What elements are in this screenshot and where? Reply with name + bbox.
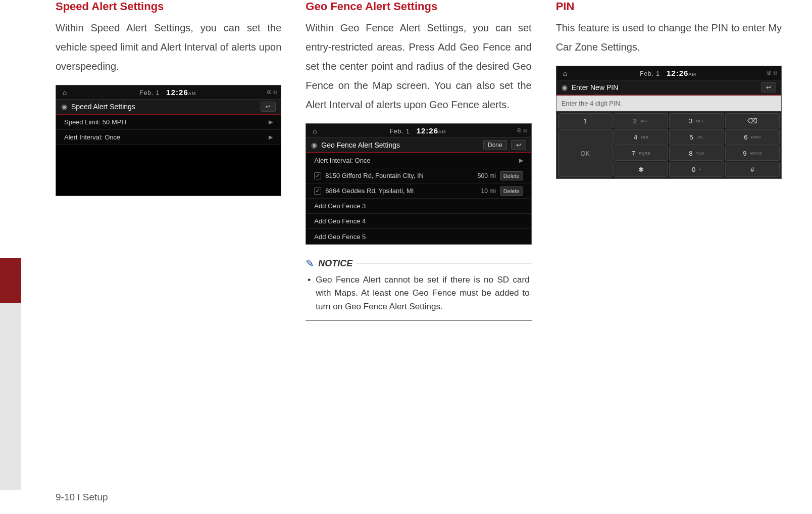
pin-input[interactable]: Enter the 4 digit PIN.: [556, 96, 781, 112]
key-0[interactable]: 0+: [669, 162, 724, 177]
key-backspace[interactable]: ⌫: [725, 113, 780, 128]
row-alert-interval[interactable]: Alert Interval: Once ▶: [56, 130, 281, 145]
row-geo-fence-1[interactable]: ✓ 8150 Gifford Rd, Fountain City, IN 500…: [306, 168, 531, 183]
body-speed-alert: Within Speed Alert Settings, you can set…: [56, 18, 281, 76]
section-tab-red: [0, 258, 21, 303]
delete-button[interactable]: Delete: [500, 171, 523, 180]
page-footer: 9-10 I Setup: [56, 492, 108, 503]
ss-status-bar: ⌂ Feb. 1 12:26AM ⦿ ⫴⫴: [556, 66, 781, 80]
notice-box: ✎ NOTICE • Geo Fence Alert cannot be set…: [306, 263, 531, 321]
key-4[interactable]: 4GHI: [614, 129, 668, 145]
key-star[interactable]: ✱: [614, 162, 668, 177]
notice-body: • Geo Fence Alert cannot be set if there…: [306, 273, 531, 313]
body-pin: This feature is used to change the PIN t…: [556, 18, 782, 57]
key-2[interactable]: 2ABC: [614, 113, 668, 128]
row-label: Alert Interval: Once: [314, 157, 515, 164]
section-tab-grey: [0, 303, 21, 490]
row-label: Add Geo Fence 4: [314, 217, 523, 225]
checkbox-icon[interactable]: ✓: [314, 172, 321, 179]
key-hash[interactable]: #: [725, 162, 780, 177]
empty-area: [56, 145, 281, 196]
signal-icon: ⦿ ⫴⫴: [767, 70, 777, 76]
bullet-icon: •: [308, 273, 311, 313]
row-add-geo-fence-5[interactable]: Add Geo Fence 5: [306, 229, 531, 244]
row-label: Speed Limit: 50 MPH: [64, 118, 265, 126]
delete-button[interactable]: Delete: [500, 186, 523, 196]
date-label: Feb. 1: [390, 128, 410, 135]
screen-title: Speed Alert Settings: [71, 103, 257, 111]
keypad: 1 2ABC 3DEF ⌫ 4GHI 5JKL 6MNO OK 7PQRS 8T…: [556, 112, 781, 178]
row-label: Add Geo Fence 5: [314, 233, 523, 241]
key-7[interactable]: 7PQRS: [614, 146, 668, 161]
radio-icon: ◉: [311, 141, 317, 149]
heading-pin: PIN: [556, 0, 782, 13]
chevron-right-icon: ▶: [269, 134, 273, 141]
address-label: 8150 Gifford Rd, Fountain City, IN: [325, 172, 467, 179]
checkbox-icon[interactable]: ✓: [314, 188, 321, 195]
pin-placeholder: Enter the 4 digit PIN.: [562, 100, 622, 107]
chevron-right-icon: ▶: [269, 119, 273, 125]
row-add-geo-fence-4[interactable]: Add Geo Fence 4: [306, 214, 531, 229]
row-alert-interval[interactable]: Alert Interval: Once ▶: [306, 153, 531, 168]
key-9[interactable]: 9WXYZ: [725, 146, 780, 161]
notice-title: NOTICE: [318, 258, 352, 269]
key-1[interactable]: 1: [558, 113, 613, 128]
time-label: 12:26: [417, 126, 438, 135]
back-button[interactable]: ↩: [761, 82, 776, 92]
column-geo-fence: Geo Fence Alert Settings Within Geo Fenc…: [306, 0, 531, 504]
key-6[interactable]: 6MNO: [725, 129, 780, 145]
home-icon[interactable]: ⌂: [60, 88, 69, 97]
screenshot-speed-alert: ⌂ Feb. 1 12:26AM ⦿ ⫴⫴ ◉ Speed Alert Sett…: [56, 85, 281, 196]
screen-title: Geo Fence Alert Settings: [321, 141, 479, 149]
time-label: 12:26: [667, 69, 688, 77]
row-add-geo-fence-3[interactable]: Add Geo Fence 3: [306, 199, 531, 214]
distance-label: 500 mi: [471, 172, 496, 179]
column-speed-alert: Speed Alert Settings Within Speed Alert …: [56, 0, 281, 504]
key-5[interactable]: 5JKL: [669, 129, 724, 145]
ampm-label: AM: [688, 72, 696, 77]
row-label: Add Geo Fence 3: [314, 202, 523, 210]
date-label: Feb. 1: [139, 89, 160, 97]
back-button[interactable]: ↩: [511, 140, 526, 150]
chevron-right-icon: ▶: [519, 157, 523, 164]
notice-header: ✎ NOTICE: [306, 257, 356, 269]
ss-status-bar: ⌂ Feb. 1 12:26AM ⦿ ⫴⫴: [306, 124, 531, 138]
ss-title-bar: ◉ Speed Alert Settings ↩: [56, 100, 281, 115]
screen-title: Enter New PIN: [572, 83, 757, 91]
key-8[interactable]: 8TUV: [669, 146, 724, 161]
radio-icon: ◉: [61, 103, 67, 111]
home-icon[interactable]: ⌂: [561, 69, 570, 78]
clock-area: Feb. 1 12:26AM: [322, 126, 514, 135]
row-speed-limit[interactable]: Speed Limit: 50 MPH ▶: [56, 115, 281, 130]
time-label: 12:26: [166, 88, 188, 97]
row-label: Alert Interval: Once: [64, 133, 265, 141]
key-ok[interactable]: OK: [558, 129, 613, 177]
clock-area: Feb. 1 12:26AM: [573, 69, 764, 77]
ss-status-bar: ⌂ Feb. 1 12:26AM ⦿ ⫴⫴: [56, 85, 281, 100]
distance-label: 10 mi: [471, 188, 496, 195]
key-3[interactable]: 3DEF: [669, 113, 724, 128]
home-icon[interactable]: ⌂: [310, 126, 319, 135]
signal-icon: ⦿ ⫴⫴: [267, 89, 277, 96]
signal-icon: ⦿ ⫴⫴: [517, 128, 527, 134]
heading-geo-fence: Geo Fence Alert Settings: [306, 0, 531, 13]
screenshot-geo-fence: ⌂ Feb. 1 12:26AM ⦿ ⫴⫴ ◉ Geo Fence Alert …: [306, 123, 531, 245]
notice-icon: ✎: [306, 257, 314, 269]
body-geo-fence: Within Geo Fence Alert Settings, you can…: [306, 18, 531, 114]
ss-title-bar: ◉ Enter New PIN ↩: [556, 80, 781, 96]
clock-area: Feb. 1 12:26AM: [72, 88, 264, 97]
radio-icon: ◉: [562, 83, 568, 91]
column-pin: PIN This feature is used to change the P…: [556, 0, 782, 504]
screenshot-pin: ⌂ Feb. 1 12:26AM ⦿ ⫴⫴ ◉ Enter New PIN ↩ …: [556, 66, 782, 179]
done-button[interactable]: Done: [483, 140, 507, 150]
notice-text: Geo Fence Alert cannot be set if there i…: [316, 273, 529, 313]
ampm-label: AM: [438, 129, 446, 134]
date-label: Feb. 1: [640, 70, 660, 77]
address-label: 6864 Geddes Rd, Ypsilanti, MI: [325, 187, 467, 195]
ampm-label: AM: [188, 91, 196, 96]
row-geo-fence-2[interactable]: ✓ 6864 Geddes Rd, Ypsilanti, MI 10 mi De…: [306, 183, 531, 199]
heading-speed-alert: Speed Alert Settings: [56, 0, 281, 13]
ss-title-bar: ◉ Geo Fence Alert Settings Done ↩: [306, 138, 531, 153]
back-button[interactable]: ↩: [261, 102, 276, 112]
